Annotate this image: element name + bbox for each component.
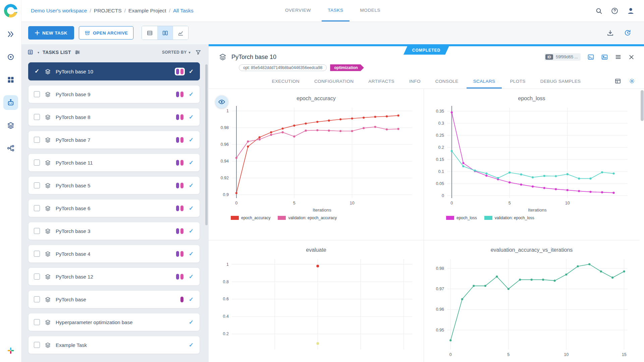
row-checkbox[interactable]	[34, 137, 40, 143]
avatar[interactable]	[627, 7, 635, 15]
row-checkbox[interactable]	[34, 274, 40, 280]
open-archive-button[interactable]: OPEN ARCHIVE	[79, 26, 133, 40]
task-list-item[interactable]: ✓PyTorch base 10✓	[28, 62, 200, 80]
row-checkbox[interactable]	[34, 91, 40, 97]
detail-tab-console[interactable]: CONSOLE	[429, 74, 465, 88]
task-list-item[interactable]: PyTorch base 11✓	[28, 154, 200, 172]
status-completed-check-icon: ✓	[189, 136, 194, 143]
rail-item-orchestration-icon[interactable]	[3, 50, 18, 64]
settings-gear-icon[interactable]	[629, 78, 635, 84]
rail-item-experiments-icon[interactable]	[3, 95, 18, 110]
download-icon[interactable]	[607, 29, 614, 37]
row-checkbox[interactable]	[34, 296, 40, 302]
legend-item[interactable]: validation: epoch_accuracy	[278, 216, 337, 220]
rail-item-reports-icon[interactable]	[3, 72, 18, 87]
row-checkbox[interactable]	[34, 319, 40, 325]
task-list-item[interactable]: PyTorch base 7✓	[28, 131, 200, 149]
tag-opt-id[interactable]: opt: 85e5482ddd7149b8ba0446356eedca98	[239, 64, 327, 71]
rail-item-models-icon[interactable]	[3, 118, 18, 133]
auto-refresh-icon[interactable]	[624, 29, 631, 37]
tab-tasks[interactable]: TASKS	[322, 0, 349, 21]
legend-item[interactable]: validation: epoch_loss	[484, 216, 534, 220]
status-badge: COMPLETED	[404, 46, 449, 55]
tasks-list-scrollbar[interactable]	[205, 64, 208, 359]
close-icon[interactable]	[628, 54, 635, 60]
task-list-item[interactable]: PyTorch base 3✓	[28, 222, 200, 240]
row-checkbox[interactable]	[34, 205, 40, 211]
task-list-item[interactable]: PyTorch base 9✓	[28, 85, 200, 103]
task-tag-pills	[175, 250, 185, 258]
rail-item-pipelines-icon[interactable]	[3, 141, 18, 156]
search-icon[interactable]	[595, 7, 602, 14]
tab-overview[interactable]: OVERVIEW	[279, 0, 317, 21]
list-view-selector-icon[interactable]	[28, 49, 34, 56]
task-list-item[interactable]: PyTorch base✓	[28, 290, 200, 308]
breadcrumb-item[interactable]: All Tasks	[173, 8, 194, 14]
svg-text:0.2: 0.2	[438, 145, 444, 150]
status-completed-check-icon: ✓	[189, 159, 194, 166]
new-task-button[interactable]: NEW TASK	[28, 26, 74, 40]
tag-pill	[176, 274, 179, 280]
detail-tab-execution[interactable]: EXECUTION	[265, 74, 306, 88]
clearml-logo-icon[interactable]	[4, 4, 17, 17]
detail-tab-plots[interactable]: PLOTS	[503, 74, 532, 88]
split-view-button[interactable]	[157, 26, 173, 40]
legend-item[interactable]: epoch_accuracy	[231, 216, 270, 220]
table-view-button[interactable]	[142, 26, 157, 40]
row-checkbox[interactable]	[34, 160, 40, 166]
image-preview-icon[interactable]	[601, 54, 608, 61]
svg-text:0.8: 0.8	[223, 280, 228, 284]
chart-view-button[interactable]	[173, 26, 188, 40]
row-checkbox[interactable]	[34, 228, 40, 234]
task-list-item[interactable]: PyTorch base 8✓	[28, 108, 200, 126]
help-icon[interactable]	[611, 7, 618, 14]
svg-text:0.92: 0.92	[220, 176, 228, 180]
tab-models[interactable]: MODELS	[354, 0, 386, 21]
tasks-area: ▾ TASKS LIST SORTED BY ▾	[21, 44, 209, 362]
task-detail-panel: COMPLETED PyTorch base 10 ID 59f99d65 ..…	[209, 44, 644, 362]
id-badge: ID	[545, 54, 553, 60]
detail-tab-info[interactable]: INFO	[402, 74, 427, 88]
breadcrumb-item[interactable]: Demo User's workspace	[31, 8, 87, 14]
scalars-charts-area: epoch_accuracy 0.90.920.940.960.9810510I…	[209, 89, 644, 362]
task-type-icon	[45, 342, 51, 348]
detail-tab-configuration[interactable]: CONFIGURATION	[308, 74, 360, 88]
chart-epoch-accuracy: epoch_accuracy 0.90.920.940.960.9810510I…	[209, 89, 424, 240]
task-name: PyTorch base 6	[56, 205, 90, 211]
detail-tab-scalars[interactable]: SCALARS	[467, 74, 502, 88]
menu-icon[interactable]	[615, 54, 622, 60]
row-checkbox-checked[interactable]: ✓	[34, 68, 40, 74]
task-list-item[interactable]: Hyperparameter optimization base✓	[28, 313, 200, 331]
charts-scrollbar[interactable]	[641, 90, 644, 361]
tag-pill	[180, 160, 183, 166]
detail-tab-debug-samples[interactable]: DEBUG SAMPLES	[534, 74, 588, 88]
row-checkbox[interactable]	[34, 114, 40, 120]
legend-item[interactable]: epoch_loss	[446, 216, 477, 220]
console-output-icon[interactable]	[587, 54, 594, 61]
row-checkbox[interactable]	[34, 342, 40, 348]
task-tag-pills	[179, 296, 185, 303]
slack-icon[interactable]	[3, 343, 18, 358]
rail-item-launch-icon[interactable]	[3, 27, 18, 42]
row-checkbox[interactable]	[34, 182, 40, 188]
task-list-item[interactable]: PyTorch base 12✓	[28, 267, 200, 286]
task-list-item[interactable]: Example Task✓	[28, 336, 200, 354]
task-list-item[interactable]: PyTorch base 6✓	[28, 199, 200, 217]
list-view-caret-icon[interactable]: ▾	[38, 51, 39, 54]
hide-show-metrics-eye-icon[interactable]	[215, 96, 228, 108]
row-checkbox[interactable]	[34, 251, 40, 257]
columns-settings-icon[interactable]	[74, 49, 80, 55]
filter-icon[interactable]	[195, 49, 201, 55]
detail-tab-artifacts[interactable]: ARTIFACTS	[362, 74, 401, 88]
task-list-item[interactable]: PyTorch base 5✓	[28, 176, 200, 194]
header-tabs: OVERVIEWTASKSMODELS	[279, 0, 386, 21]
metrics-table-icon[interactable]	[614, 78, 621, 84]
tag-optimization[interactable]: optimization	[330, 64, 364, 71]
task-type-icon	[219, 53, 227, 61]
chart-evaluate: evaluate 0.20.40.60.81	[209, 240, 424, 362]
tag-pill	[180, 251, 183, 257]
sorted-by-dropdown[interactable]: SORTED BY ▾	[162, 50, 191, 55]
task-tag-pills	[175, 204, 185, 212]
task-id[interactable]: ID 59f99d65 ...	[544, 53, 581, 61]
task-list-item[interactable]: PyTorch base 4✓	[28, 245, 200, 263]
